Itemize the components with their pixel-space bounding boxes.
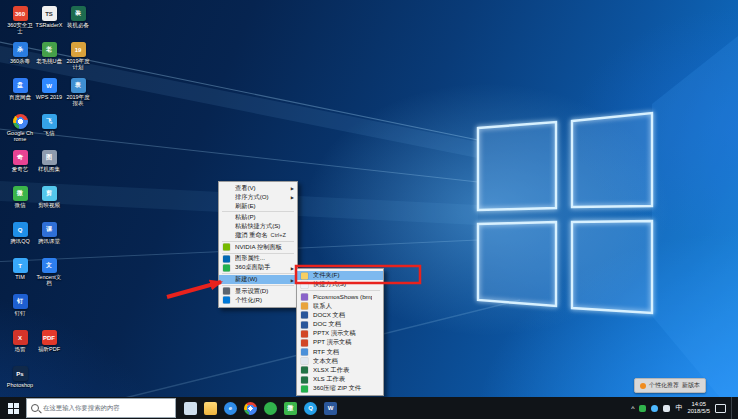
desktop-icon-label: 装机必备 (64, 22, 92, 28)
submenu-arrow-icon: ▶ (291, 186, 294, 191)
menu-item-label: PPT 演示文稿 (313, 338, 372, 347)
edge-browser-icon[interactable]: e (224, 402, 237, 415)
tray-expand-icon[interactable]: ^ (631, 405, 634, 412)
desktop-icon-image: 19 (71, 42, 86, 57)
360-browser-icon[interactable] (264, 402, 277, 415)
menu-item-label: XLSX 工作表 (313, 366, 372, 375)
new-submenu-item-8[interactable]: RTF 文档 (297, 348, 383, 357)
input-method-indicator[interactable]: 中 (675, 403, 682, 413)
menu-item-label: 粘贴快捷方式(S) (235, 222, 286, 231)
desktop-icon-5[interactable]: 192019年度计划 (64, 42, 92, 76)
desktop-icon-12[interactable]: 图样机图集 (35, 150, 63, 184)
desktop-icon-22[interactable]: PsPhotoshop (6, 366, 34, 400)
desktop-icon-image: Ps (13, 366, 28, 381)
doc-icon (301, 321, 308, 328)
xls-icon (301, 376, 308, 383)
show-desktop-button[interactable] (731, 397, 736, 419)
desktop-icon-7[interactable]: WWPS 2019 (35, 78, 63, 112)
new-submenu-item-5[interactable]: DOC 文档 (297, 320, 383, 329)
volume-icon[interactable] (663, 405, 670, 412)
new-submenu-item-7[interactable]: PPT 演示文稿 (297, 338, 383, 347)
360-tray-icon[interactable] (639, 405, 646, 412)
desktop-icon-2[interactable]: 装装机必备 (64, 6, 92, 40)
new-submenu-item-9[interactable]: 文本文档 (297, 357, 383, 366)
desktop-icon-9[interactable]: Google Chrome (6, 114, 34, 148)
display-settings-icon (223, 288, 230, 295)
menu-item-label: 排序方式(O) (235, 193, 286, 202)
menu-separator (222, 241, 294, 242)
context-menu-item-5[interactable]: 撤消 重命名(U)Ctrl+Z (219, 231, 297, 240)
context-menu-item-2[interactable]: 刷新(E) (219, 202, 297, 211)
menu-item-label: PPTX 演示文稿 (313, 329, 372, 338)
desktop-icon-17[interactable]: TTIM (6, 258, 34, 292)
context-menu-item-1[interactable]: 排序方式(O)▶ (219, 193, 297, 202)
start-button[interactable] (0, 397, 26, 419)
desktop-icon-18[interactable]: 文Tencent文档 (35, 258, 63, 292)
desktop-icon-16[interactable]: 课腾讯课堂 (35, 222, 63, 256)
desktop-icon-label: 钉钉 (6, 310, 34, 316)
nvidia-icon (223, 244, 230, 251)
submenu-arrow-icon: ▶ (291, 277, 294, 282)
menu-item-label: 图形属性... (235, 254, 286, 263)
desktop-icon-13[interactable]: 微微信 (6, 186, 34, 220)
desktop-icon-label: TIM (6, 274, 34, 280)
new-submenu-item-11[interactable]: XLS 工作表 (297, 375, 383, 384)
desktop-icon-14[interactable]: 剪剪映视频 (35, 186, 63, 220)
personalize-icon (223, 297, 230, 304)
desktop-icon-1[interactable]: TSTSRaiderX (35, 6, 63, 40)
action-center-icon[interactable] (715, 404, 726, 413)
task-view-icon[interactable] (184, 402, 197, 415)
floating-widget[interactable]: 个性化推荐 新版本 (634, 378, 706, 393)
context-menu-item-4[interactable]: 粘贴快捷方式(S) (219, 222, 297, 231)
desktop-icon-15[interactable]: Q腾讯QQ (6, 222, 34, 256)
menu-item-label: 360压缩 ZIP 文件 (313, 384, 372, 393)
desktop[interactable]: 360360安全卫士TSTSRaiderX装装机必备杀360杀毒老老毛桃U盘19… (0, 0, 738, 419)
desktop-icon-10[interactable]: 飞飞信 (35, 114, 63, 148)
taskbar-clock[interactable]: 14:05 2018/5/5 (687, 401, 710, 415)
taskbar-search-input[interactable]: 在这里输入你要搜索的内容 (26, 398, 176, 418)
desktop-icon-0[interactable]: 360360安全卫士 (6, 6, 34, 40)
desktop-icon-11[interactable]: 奇爱奇艺 (6, 150, 34, 184)
desktop-icon-image: 盘 (13, 78, 28, 93)
menu-item-label: DOC 文档 (313, 320, 372, 329)
file-explorer-icon[interactable] (204, 402, 217, 415)
context-menu-item-3[interactable]: 粘贴(P) (219, 213, 297, 222)
new-submenu-item-1[interactable]: 快捷方式(S) (297, 280, 383, 289)
context-menu-item-7[interactable]: 图形属性... (219, 255, 297, 264)
desktop-icon-3[interactable]: 杀360杀毒 (6, 42, 34, 76)
menu-item-label: 查看(V) (235, 184, 286, 193)
menu-item-label: 显示设置(D) (235, 287, 286, 296)
desktop-icon-label: 迅雷 (6, 346, 34, 352)
desktop-icon-21[interactable]: PDF福昕PDF (35, 330, 63, 364)
desktop-icon-6[interactable]: 盘百度网盘 (6, 78, 34, 112)
context-menu-item-0[interactable]: 查看(V)▶ (219, 184, 297, 193)
context-menu-item-10[interactable]: 显示设置(D) (219, 287, 297, 296)
context-menu-item-8[interactable]: 360桌面助手▶ (219, 263, 297, 272)
desktop-icon-image: 表 (71, 78, 86, 93)
menu-item-label: PicosmosShows (bmp) (313, 293, 372, 300)
qq-icon[interactable]: Q (304, 402, 317, 415)
new-submenu-item-4[interactable]: DOCX 文档 (297, 311, 383, 320)
desktop-icon-label: 爱奇艺 (6, 166, 34, 172)
context-menu-item-6[interactable]: NVIDIA 控制面板 (219, 243, 297, 252)
desktop-icon-image: 钉 (13, 294, 28, 309)
context-menu-item-11[interactable]: 个性化(R) (219, 296, 297, 305)
new-submenu-item-12[interactable]: 360压缩 ZIP 文件 (297, 384, 383, 393)
new-submenu-item-10[interactable]: XLSX 工作表 (297, 366, 383, 375)
desktop-icon-19[interactable]: 钉钉钉 (6, 294, 34, 328)
desktop-icon-label: 样机图集 (35, 166, 63, 172)
wechat-icon[interactable]: 微 (284, 402, 297, 415)
desktop-icon-8[interactable]: 表2019年度报表 (64, 78, 92, 112)
new-submenu-item-6[interactable]: PPTX 演示文稿 (297, 329, 383, 338)
new-submenu-item-3[interactable]: 联系人 (297, 302, 383, 311)
desktop-icon-4[interactable]: 老老毛桃U盘 (35, 42, 63, 76)
chrome-browser-icon[interactable] (244, 402, 257, 415)
new-submenu-item-2[interactable]: PicosmosShows (bmp) (297, 292, 383, 301)
new-submenu-item-0[interactable]: 文件夹(F) (297, 271, 383, 280)
word-icon[interactable]: W (324, 402, 337, 415)
network-icon[interactable] (651, 405, 658, 412)
taskbar-app-icons: e微QW (184, 402, 337, 415)
context-menu-item-9[interactable]: 新建(W)▶ (219, 275, 297, 284)
desktop-icon-image: 图 (42, 150, 57, 165)
desktop-icon-20[interactable]: X迅雷 (6, 330, 34, 364)
